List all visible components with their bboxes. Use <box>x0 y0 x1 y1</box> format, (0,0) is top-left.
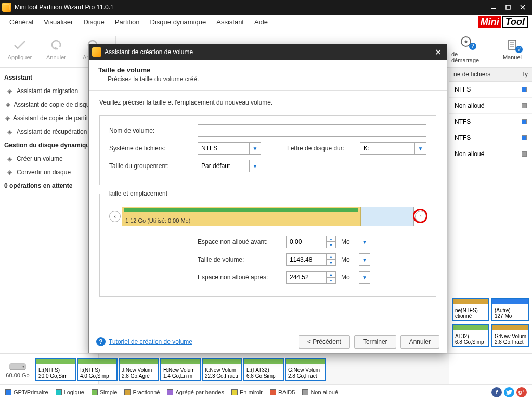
space-before-spinner[interactable]: ▲▼ <box>286 236 336 248</box>
alloc-text: 1.12 Go (Utilisé: 0.00 Mo) <box>125 217 190 224</box>
dialog-footer: ? Tutoriel de création de volume < Précé… <box>89 330 447 353</box>
cancel-button[interactable]: Annuler <box>400 335 439 349</box>
color-swatch-icon <box>522 119 527 124</box>
chevron-down-icon[interactable]: ▼ <box>250 160 261 172</box>
sidebar-item[interactable]: ◈Convertir un disque <box>2 165 96 179</box>
legend-item: GPT/Primaire <box>5 389 48 395</box>
google-plus-icon[interactable]: g⁺ <box>516 387 527 397</box>
dialog-heading: Taille de volume <box>98 66 437 74</box>
filesystem-row[interactable]: NTFS <box>449 114 532 130</box>
volume-name-input[interactable] <box>198 124 426 137</box>
color-swatch-icon <box>522 151 527 157</box>
partition-box[interactable]: I:(NTFS)4.0 Go,Simp <box>77 358 118 381</box>
minimize-button[interactable] <box>486 2 501 13</box>
create-volume-dialog: Assistant de création de volume ✕ Taille… <box>88 44 447 353</box>
tutorial-link[interactable]: ? Tutoriel de création de volume <box>96 337 192 346</box>
chevron-down-icon[interactable]: ▼ <box>250 142 261 155</box>
color-swatch-icon <box>522 135 527 140</box>
menu-item[interactable]: Aide <box>249 15 273 29</box>
list-icon: ◈ <box>5 100 10 109</box>
svg-point-5 <box>465 40 468 43</box>
legend-item: Logique <box>56 389 84 395</box>
svg-rect-1 <box>506 5 510 9</box>
color-swatch-icon <box>167 389 173 395</box>
sidebar-item[interactable]: ◈Assistant de copie de disque <box>2 98 96 111</box>
left-panel: Assistant ◈Assistant de migration◈Assist… <box>0 68 99 384</box>
dialog-title: Assistant de création de volume <box>105 48 432 56</box>
volume-size-spinner[interactable]: ▲▼ <box>286 253 336 266</box>
check-icon <box>11 37 28 52</box>
sidebar-item[interactable]: ◈Créer un volume <box>2 152 96 165</box>
menu-item[interactable]: Partition <box>110 15 145 29</box>
apply-button[interactable]: Appliquer <box>4 35 35 62</box>
previous-button[interactable]: < Précédent <box>299 335 350 349</box>
maximize-button[interactable] <box>501 2 515 13</box>
menubar: GénéralVisualiserDisquePartitionDisque d… <box>0 15 532 30</box>
menu-item[interactable]: Visualiser <box>38 15 78 29</box>
partition-box[interactable]: ne(NTFS)ctionné <box>452 298 489 321</box>
chevron-down-icon[interactable]: ▼ <box>359 253 370 266</box>
partition-box[interactable]: L:(NTFS)20.0 Go,Sim <box>35 358 76 381</box>
color-swatch-icon <box>231 389 238 395</box>
color-swatch-icon <box>56 389 62 395</box>
space-after-spinner[interactable]: ▲▼ <box>286 271 336 284</box>
filesystem-row[interactable]: Non alloué <box>449 98 532 114</box>
menu-item[interactable]: Disque dynamique <box>145 15 212 29</box>
volume-name-label: Nom de volume: <box>109 127 192 134</box>
partition-box[interactable]: J:New Volum2.8 Go,Agré <box>119 358 159 381</box>
document-icon <box>504 37 521 52</box>
filesystem-row[interactable]: Non alloué <box>449 146 532 162</box>
partition-box[interactable]: K:New Volum22.3 Go,Fracti <box>202 358 242 381</box>
chevron-down-icon[interactable]: ▼ <box>415 142 426 155</box>
filesystem-select[interactable]: ▼ <box>198 142 261 155</box>
menu-item[interactable]: Assistant <box>211 15 249 29</box>
sidebar-item[interactable]: ◈Assistant de récupération <box>2 125 96 138</box>
dialog-instruction: Veuillez préciser la taille et l'emplace… <box>99 99 436 106</box>
right-column: ne de fichiers Ty NTFSNon allouéNTFSNTFS… <box>449 68 532 384</box>
cluster-select[interactable]: ▼ <box>198 160 261 172</box>
undo-icon <box>48 37 64 52</box>
partition-box[interactable]: G:New Volum2.8 Go,Fract <box>285 358 326 381</box>
color-swatch-icon <box>522 87 527 92</box>
filesystem-row[interactable]: NTFS <box>449 82 532 98</box>
close-button[interactable] <box>515 2 530 13</box>
twitter-icon[interactable] <box>504 387 514 397</box>
list-icon: ◈ <box>5 87 14 95</box>
partition-box[interactable]: G:New Volum2.8 Go,Fract <box>491 324 529 347</box>
undo-button[interactable]: Annuler <box>41 35 72 62</box>
disk-icon: 60.00 Go <box>2 358 33 381</box>
filesystem-label: Système de fichiers: <box>109 145 192 152</box>
volume-fieldset: Nom de volume: Système de fichiers: ▼ Le… <box>99 115 436 185</box>
sidebar-item[interactable]: ◈Assistant de migration <box>2 84 96 98</box>
slider-left-button[interactable]: ‹ <box>109 211 121 222</box>
filesystem-row[interactable]: NTFS <box>449 130 532 146</box>
social-links: f g⁺ <box>491 387 527 397</box>
facebook-icon[interactable]: f <box>491 387 502 397</box>
partition-box[interactable]: (Autre)127 Mo <box>491 298 529 321</box>
menu-item[interactable]: Général <box>4 15 38 29</box>
slider-right-button[interactable]: › <box>415 211 426 222</box>
partition-box[interactable]: AT32)6.8 Go,Simp <box>452 324 489 347</box>
chevron-down-icon[interactable]: ▼ <box>359 236 370 248</box>
sidebar-item[interactable]: ◈Assistant de copie de partition <box>2 111 96 125</box>
list-icon: ◈ <box>5 168 14 176</box>
titlebar: MiniTool Partition Wizard Pro 11.0.1 <box>0 0 532 15</box>
dialog-close-button[interactable]: ✕ <box>432 46 444 58</box>
drive-letter-select[interactable]: ▼ <box>360 142 426 155</box>
boot-media-button[interactable]: de démarrage <box>450 32 482 66</box>
chevron-down-icon[interactable]: ▼ <box>359 271 370 284</box>
manual-button[interactable]: Manuel <box>497 35 528 62</box>
size-slider[interactable]: 1.12 Go (Utilisé: 0.00 Mo) <box>122 207 414 226</box>
size-legend: Taille et emplacement <box>105 190 170 197</box>
volume-size-label: Taille de volume: <box>198 256 281 263</box>
dialog-header: Taille de volume Précisez la taille du v… <box>89 60 447 91</box>
partition-box[interactable]: H:New Volum1.4 Go,En m <box>160 358 201 381</box>
partition-box[interactable]: L:(FAT32)6.8 Go,Simp <box>243 358 284 381</box>
drive-letter-label: Lettre de disque dur: <box>287 145 355 152</box>
finish-button[interactable]: Terminer <box>354 335 396 349</box>
sidebar-section-dynamic: Gestion du disque dynamique <box>2 138 96 152</box>
disk-strip: 60.00 Go L:(NTFS)20.0 Go,SimI:(NTFS)4.0 … <box>0 353 532 384</box>
menu-item[interactable]: Disque <box>78 15 109 29</box>
color-swatch-icon <box>5 389 11 395</box>
app-title: MiniTool Partition Wizard Pro 11.0.1 <box>15 4 486 11</box>
